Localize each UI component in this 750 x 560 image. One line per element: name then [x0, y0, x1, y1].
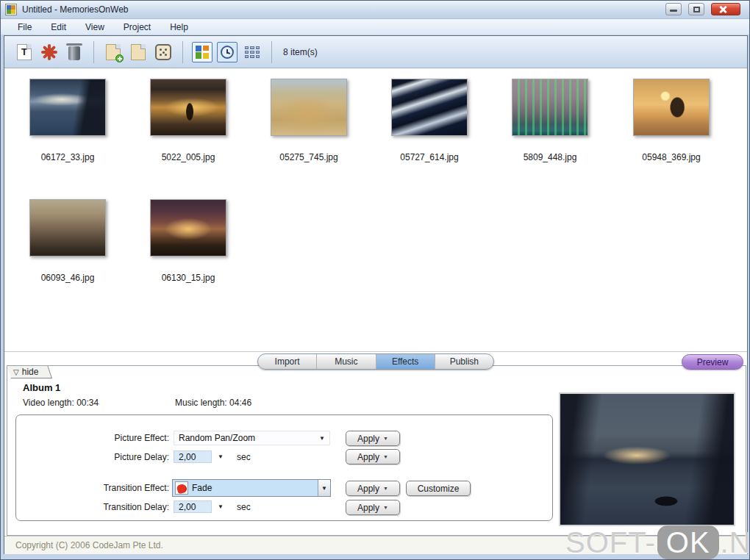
maximize-icon — [693, 7, 700, 12]
picture-delay-field[interactable]: 2,00 — [174, 450, 212, 463]
menu-bar: File Edit View Project Help — [1, 19, 749, 35]
toolbar: T — [4, 36, 747, 68]
photo-filename: 5809_448.jpg — [491, 152, 609, 162]
photo-item[interactable]: 06172_33.jpg — [9, 79, 126, 162]
photo-thumbnail[interactable] — [633, 79, 710, 136]
toolbar-separator — [271, 41, 272, 63]
copyright-label: Copyright (C) 2006 CodeJam Pte Ltd. — [15, 540, 163, 550]
menu-help[interactable]: Help — [160, 21, 198, 34]
hide-panel-tab[interactable]: ▽ hide — [7, 366, 52, 378]
clock-icon — [221, 46, 234, 59]
text-tool-icon: T — [17, 44, 32, 60]
add-image-icon — [106, 44, 121, 60]
transition-delay-dropdown-arrow[interactable]: ▼ — [213, 500, 228, 513]
apply-transition-effect-button[interactable]: Apply▼ — [346, 481, 400, 496]
photo-thumbnail[interactable] — [512, 79, 588, 136]
photo-filename: 06172_33.jpg — [9, 152, 126, 162]
gear-icon — [42, 45, 57, 60]
photo-thumbnail[interactable] — [391, 79, 468, 136]
thumbnail-view-button[interactable] — [192, 42, 213, 62]
minimize-icon — [670, 10, 677, 12]
photo-item[interactable]: 5022_005.jpg — [129, 79, 247, 162]
chevron-down-icon[interactable]: ▼ — [318, 480, 330, 496]
apply-transition-delay-button[interactable]: Apply▼ — [346, 500, 400, 515]
close-button[interactable] — [711, 3, 740, 15]
photo-filename: 06130_15.jpg — [129, 273, 247, 283]
photo-item[interactable]: 05275_745.jpg — [250, 79, 368, 162]
tab-publish[interactable]: Publish — [435, 354, 493, 369]
tab-import[interactable]: Import — [258, 354, 317, 369]
picture-effect-dropdown[interactable]: Random Pan/Zoom ▼ — [174, 431, 330, 445]
photo-item[interactable]: 5809_448.jpg — [491, 79, 609, 162]
picture-delay-dropdown-arrow[interactable]: ▼ — [213, 450, 228, 463]
effects-groupbox: Picture Effect: Random Pan/Zoom ▼ Apply▼… — [15, 414, 553, 521]
delete-button[interactable] — [64, 42, 85, 62]
dice-icon — [155, 44, 171, 60]
customize-button[interactable]: Customize — [406, 481, 471, 496]
photo-filename: 05948_369.jpg — [612, 152, 730, 162]
photo-item[interactable]: 06093_46.jpg — [9, 199, 126, 283]
text-tool-button[interactable]: T — [14, 42, 35, 62]
photo-item[interactable]: 05948_369.jpg — [612, 79, 730, 162]
menu-project[interactable]: Project — [114, 21, 160, 34]
transition-delay-field[interactable]: 2,00 — [174, 500, 212, 513]
photo-thumbnail[interactable] — [150, 79, 226, 136]
picture-effect-value: Random Pan/Zoom — [179, 433, 255, 443]
photo-filename: 5022_005.jpg — [129, 152, 247, 162]
menu-view[interactable]: View — [76, 21, 114, 34]
transition-effect-dropdown[interactable]: Fade ▼ — [172, 479, 331, 497]
apply-picture-effect-button[interactable]: Apply▼ — [346, 431, 400, 446]
tab-music[interactable]: Music — [317, 354, 376, 369]
toolbar-separator — [93, 41, 94, 63]
effect-settings-button[interactable] — [39, 42, 60, 62]
menu-edit[interactable]: Edit — [41, 21, 76, 34]
chevron-down-icon: ▼ — [383, 436, 388, 441]
photo-grid: 06172_33.jpg 5022_005.jpg 05275_745.jpg … — [4, 68, 747, 352]
shuffle-button[interactable] — [153, 42, 174, 62]
apply-picture-delay-button[interactable]: Apply▼ — [346, 449, 400, 464]
add-image-button[interactable] — [103, 42, 124, 62]
transition-effect-label: Transition Effect: — [37, 483, 169, 493]
minimize-button[interactable] — [665, 3, 682, 15]
picture-effect-label: Picture Effect: — [37, 433, 169, 443]
detail-view-button[interactable] — [242, 42, 262, 62]
duplicate-image-button[interactable] — [128, 42, 149, 62]
toolbar-separator — [182, 41, 183, 63]
music-length-label: Music length: 04:46 — [175, 398, 251, 408]
duplicate-image-icon — [131, 44, 146, 60]
app-window: Untitled - MemoriesOnWeb File Edit View … — [0, 0, 750, 560]
album-title: Album 1 — [23, 382, 60, 393]
grid-view-icon — [245, 46, 260, 58]
trash-icon — [68, 46, 80, 60]
video-length-label: Video length: 00:34 — [23, 398, 99, 408]
preview-button[interactable]: Preview — [682, 354, 743, 370]
thumbnail-view-icon — [196, 46, 209, 59]
title-bar[interactable]: Untitled - MemoriesOnWeb — [1, 1, 749, 19]
chevron-down-icon: ▼ — [383, 486, 388, 491]
fade-effect-icon — [175, 481, 188, 495]
photo-thumbnail[interactable] — [29, 79, 106, 136]
photo-item[interactable]: 06130_15.jpg — [129, 199, 247, 283]
sec-label: sec — [237, 452, 251, 462]
transition-delay-label: Transition Delay: — [37, 502, 169, 512]
maximize-button[interactable] — [688, 3, 704, 15]
transition-effect-value: Fade — [192, 483, 212, 493]
sec-label: sec — [237, 502, 251, 512]
menu-file[interactable]: File — [8, 21, 41, 34]
hide-triangle-icon: ▽ — [13, 368, 19, 376]
slideshow-preview-image — [559, 392, 735, 526]
photo-filename: 05727_614.jpg — [371, 152, 488, 162]
chevron-down-icon: ▼ — [383, 505, 388, 510]
chevron-down-icon: ▼ — [383, 454, 388, 459]
photo-thumbnail[interactable] — [29, 199, 106, 256]
photo-thumbnail[interactable] — [271, 79, 347, 136]
section-tabs: Import Music Effects Publish — [257, 353, 494, 370]
main-area: T — [4, 35, 748, 554]
photo-item[interactable]: 05727_614.jpg — [371, 79, 488, 162]
hide-label: hide — [22, 367, 39, 377]
item-count-label: 8 item(s) — [283, 47, 318, 57]
photo-thumbnail[interactable] — [150, 199, 226, 256]
photo-filename: 05275_745.jpg — [250, 152, 368, 162]
tab-effects[interactable]: Effects — [376, 354, 435, 369]
timeline-view-button[interactable] — [217, 42, 238, 62]
